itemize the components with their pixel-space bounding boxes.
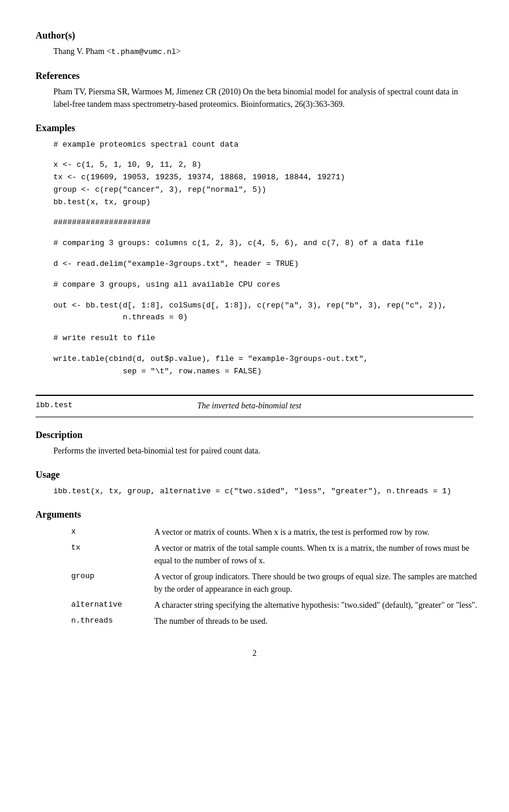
code-line-10: out <- bb.test(d[, 1:8], colSums(d[, 1:8… [53, 300, 473, 312]
ibb-arguments-title: Arguments [36, 508, 473, 522]
func-name: ibb.test [36, 399, 72, 411]
argument-row: txA vector or matrix of the total sample… [71, 540, 491, 569]
page-number: 2 [36, 647, 473, 659]
ibb-arguments-section: Arguments xA vector or matrix of counts.… [36, 508, 473, 629]
code-line-12: # write result to file [53, 332, 473, 345]
argument-name: x [71, 524, 154, 540]
argument-desc: A character string specifying the altern… [154, 597, 491, 613]
section-divider-top: ibb.test The inverted beta-binomial test [36, 395, 473, 417]
argument-row: alternativeA character string specifying… [71, 597, 491, 613]
arguments-container: xA vector or matrix of counts. When x is… [53, 524, 473, 629]
argument-row: xA vector or matrix of counts. When x is… [71, 524, 491, 540]
code-line-6: ##################### [53, 217, 473, 229]
arguments-table: xA vector or matrix of counts. When x is… [71, 524, 491, 629]
code-line-7: # comparing 3 groups: columns c(1, 2, 3)… [53, 237, 473, 250]
references-title: References [36, 69, 473, 83]
argument-row: groupA vector of group indicators. There… [71, 569, 491, 597]
ibb-usage-section: Usage ibb.test(x, tx, group, alternative… [36, 468, 473, 497]
code-line-14: sep = "\t", row.names = FALSE) [53, 366, 473, 378]
code-line-11: n.threads = 0) [53, 312, 473, 324]
code-line-2: x <- c(1, 5, 1, 10, 9, 11, 2, 8) [53, 159, 473, 172]
code-line-4: group <- c(rep("cancer", 3), rep("normal… [53, 184, 473, 196]
argument-name: tx [71, 540, 154, 569]
code-line-1: # example proteomics spectral count data [53, 139, 473, 151]
argument-desc: A vector or matrix of the total sample c… [154, 540, 491, 569]
author-content: Thang V. Pham <t.pham@vumc.nl> [53, 45, 473, 58]
argument-desc: A vector or matrix of counts. When x is … [154, 524, 491, 540]
code-line-13: write.table(cbind(d, out$p.value), file … [53, 353, 473, 366]
references-text: Pham TV, Piersma SR, Warmoes M, Jimenez … [53, 87, 458, 109]
author-name: Thang V. Pham < [53, 47, 112, 56]
ibb-usage-title: Usage [36, 468, 473, 482]
code-line-3: tx <- c(19609, 19053, 19235, 19374, 1886… [53, 172, 473, 184]
ibb-description-title: Description [36, 428, 473, 442]
examples-title: Examples [36, 121, 473, 135]
code-line-5: bb.test(x, tx, group) [53, 196, 473, 209]
examples-section: Examples # example proteomics spectral c… [36, 121, 473, 378]
code-line-9: # compare 3 groups, using all available … [53, 279, 473, 291]
argument-row: n.threadsThe number of threads to be use… [71, 613, 491, 629]
references-content: Pham TV, Piersma SR, Warmoes M, Jimenez … [53, 85, 473, 110]
argument-desc: The number of threads to be used. [154, 613, 491, 629]
argument-desc: A vector of group indicators. There shou… [154, 569, 491, 597]
argument-name: alternative [71, 597, 154, 613]
func-description: The inverted beta-binomial test [72, 399, 426, 412]
argument-name: group [71, 569, 154, 597]
author-section: Author(s) Thang V. Pham <t.pham@vumc.nl> [36, 28, 473, 58]
ibb-description-section: Description Performs the inverted beta-b… [36, 428, 473, 457]
argument-name: n.threads [71, 613, 154, 629]
code-line-8: d <- read.delim("example-3groups.txt", h… [53, 258, 473, 271]
func-header: ibb.test The inverted beta-binomial test [36, 396, 473, 414]
examples-code: # example proteomics spectral count data… [53, 139, 473, 378]
ibb-usage-code: ibb.test(x, tx, group, alternative = c("… [53, 484, 473, 497]
author-title: Author(s) [36, 28, 473, 43]
author-email: t.pham@vumc.nl [112, 47, 176, 56]
references-section: References Pham TV, Piersma SR, Warmoes … [36, 69, 473, 110]
ibb-description-text: Performs the inverted beta-binomial test… [53, 445, 473, 457]
